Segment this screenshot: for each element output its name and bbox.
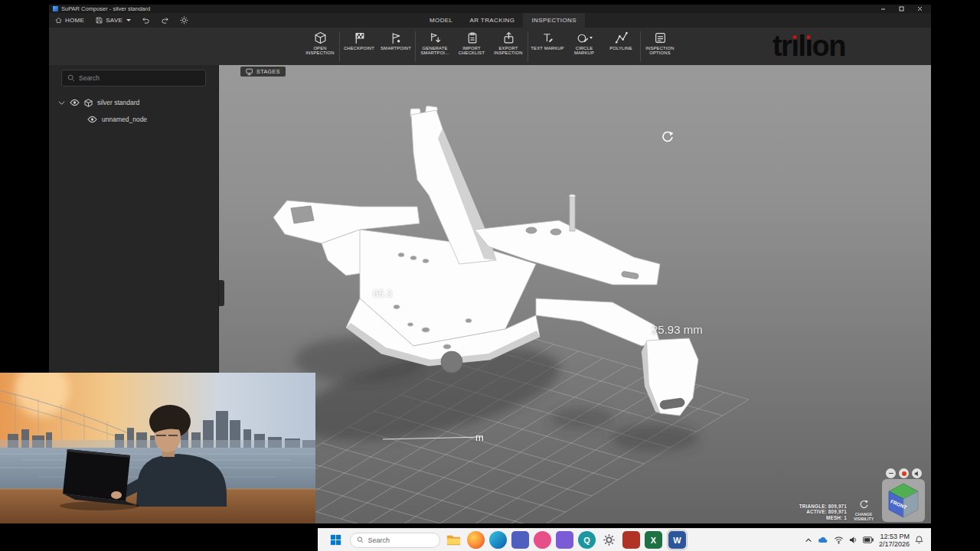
system-tray: 12:53 PM 2/17/2026 xyxy=(805,533,923,548)
open-inspection-icon xyxy=(314,31,327,44)
taskbar-icon-file-explorer[interactable] xyxy=(445,531,462,549)
battery-icon[interactable] xyxy=(863,536,874,543)
navigation-cube[interactable]: FRONT xyxy=(882,479,925,522)
panel-collapse-handle[interactable] xyxy=(219,280,224,306)
trilion-logo: trılıon xyxy=(773,31,845,61)
toolbar-separator xyxy=(415,31,416,62)
titlebar: SuPAR Composer - silver standard xyxy=(49,5,931,13)
smartpoint-button[interactable]: SMARTPOINT xyxy=(377,29,414,51)
minimize-icon xyxy=(880,6,886,11)
start-button[interactable] xyxy=(325,530,345,550)
taskbar-icon-excel[interactable]: X xyxy=(645,531,662,549)
logo-red-dot xyxy=(807,35,811,39)
taskbar-search[interactable] xyxy=(350,533,440,548)
search-icon xyxy=(357,536,364,544)
taskbar-clock[interactable]: 12:53 PM 2/17/2026 xyxy=(879,533,910,548)
windows-taskbar: Q X W 12:53 PM 2/17/2026 xyxy=(318,528,931,551)
toolbar: OPEN INSPECTION CHECKPOINT SMARTPOINT GE… xyxy=(49,28,931,65)
onedrive-cloud-icon[interactable] xyxy=(818,536,828,544)
stages-icon xyxy=(246,68,253,76)
mesh-cube-icon xyxy=(84,99,93,107)
tree-row-unnamed-node[interactable]: unnamed_node xyxy=(49,111,218,128)
window-title: SuPAR Composer - silver standard xyxy=(61,5,150,12)
undo-button[interactable] xyxy=(136,13,155,28)
tab-model[interactable]: MODEL xyxy=(421,13,461,28)
home-label: HOME xyxy=(65,17,84,24)
speaker-icon xyxy=(914,471,920,477)
inspection-options-button[interactable]: INSPECTION OPTIONS xyxy=(642,29,678,56)
smartpoint-icon xyxy=(390,31,403,44)
checkpoint-icon xyxy=(353,31,366,44)
redo-button[interactable] xyxy=(155,13,175,28)
hand xyxy=(111,491,122,499)
undo-icon xyxy=(141,15,151,25)
checkpoint-button[interactable]: CHECKPOINT xyxy=(341,29,377,51)
settings-gear-button[interactable] xyxy=(175,13,194,28)
audio-button[interactable] xyxy=(912,468,922,478)
taskbar-icon-teams[interactable] xyxy=(511,531,529,549)
video-frame: SuPAR Composer - silver standard HOME SA… xyxy=(0,0,980,551)
tree-row-silver-standard[interactable]: silver standard xyxy=(49,94,218,111)
import-checklist-icon xyxy=(466,31,479,44)
visibility-eye-icon[interactable] xyxy=(70,99,80,106)
toolbar-button-label: EXPORT INSPECTION xyxy=(490,46,527,56)
tree-node-label: unnamed_node xyxy=(102,116,147,123)
app-icon xyxy=(53,6,58,11)
tab-inspections[interactable]: INSPECTIONS xyxy=(523,13,585,28)
search-input[interactable] xyxy=(79,74,200,82)
volume-icon[interactable] xyxy=(849,536,858,544)
tab-ar-tracking[interactable]: AR TRACKING xyxy=(461,13,523,28)
record-badge[interactable] xyxy=(899,468,909,478)
close-button[interactable] xyxy=(910,5,929,13)
caret-down-icon xyxy=(126,19,131,21)
toolbar-separator xyxy=(640,31,641,62)
taskbar-icon-word[interactable]: W xyxy=(668,531,686,549)
notification-bell-icon[interactable] xyxy=(915,536,923,544)
export-inspection-icon xyxy=(502,31,515,44)
stages-button[interactable]: STAGES xyxy=(240,67,286,77)
visibility-eye-icon[interactable] xyxy=(87,116,97,123)
taskbar-search-input[interactable] xyxy=(368,536,433,544)
taskbar-icon-quest[interactable]: Q xyxy=(578,531,596,549)
model-3d-scene[interactable] xyxy=(219,65,930,523)
taskbar-icon-firefox[interactable] xyxy=(467,531,485,549)
sidebar-search[interactable] xyxy=(61,70,206,86)
taskbar-icon-photos[interactable] xyxy=(534,531,551,549)
save-menu-item[interactable]: SAVE xyxy=(90,13,136,28)
wifi-icon[interactable] xyxy=(834,536,844,544)
measurement-label: m xyxy=(475,432,484,443)
caret-down-icon xyxy=(590,37,593,39)
chevron-up-icon[interactable] xyxy=(805,536,812,543)
toolbar-button-label: OPEN INSPECTION xyxy=(302,46,338,56)
open-inspection-button[interactable]: OPEN INSPECTION xyxy=(302,29,338,56)
toolbar-button-label: GENERATE SMARTPOI... xyxy=(416,46,453,56)
import-checklist-button[interactable]: IMPORT CHECKLIST xyxy=(453,29,490,56)
text-markup-button[interactable]: TEXT MARKUP xyxy=(529,29,566,51)
collapse-button[interactable] xyxy=(886,468,896,478)
home-menu-item[interactable]: HOME xyxy=(49,13,90,28)
viewport-overlay-controls xyxy=(886,468,922,478)
maximize-icon xyxy=(899,6,904,11)
polyline-button[interactable]: POLYLINE xyxy=(603,29,639,51)
generate-smartpoints-button[interactable]: GENERATE SMARTPOI... xyxy=(416,29,453,56)
circle-markup-icon xyxy=(576,31,589,44)
taskbar-icon-gom-inspect[interactable] xyxy=(622,531,640,549)
rotate-cursor-icon xyxy=(662,131,674,146)
taskbar-icon-app-purple[interactable] xyxy=(556,531,573,549)
clock-time: 12:53 PM xyxy=(879,533,910,540)
save-label: SAVE xyxy=(106,17,122,24)
close-icon xyxy=(917,6,923,11)
circle-markup-button[interactable]: CIRCLE MARKUP xyxy=(566,29,603,56)
taskbar-icon-settings[interactable] xyxy=(600,531,618,549)
toolbar-button-label: CIRCLE MARKUP xyxy=(566,46,603,56)
change-visibility-button[interactable]: CHANGE VISIBILITY xyxy=(850,499,877,522)
minimize-button[interactable] xyxy=(874,5,892,13)
maximize-button[interactable] xyxy=(892,5,910,13)
measurement-label: 65.3 xyxy=(373,288,392,299)
gear-icon xyxy=(179,15,189,25)
export-inspection-button[interactable]: EXPORT INSPECTION xyxy=(490,29,527,56)
mesh-count: MESH: 1 xyxy=(799,515,847,520)
chevron-down-icon[interactable] xyxy=(58,100,65,106)
taskbar-icon-edge[interactable] xyxy=(489,531,507,549)
viewport-3d[interactable]: STAGES xyxy=(219,65,931,523)
